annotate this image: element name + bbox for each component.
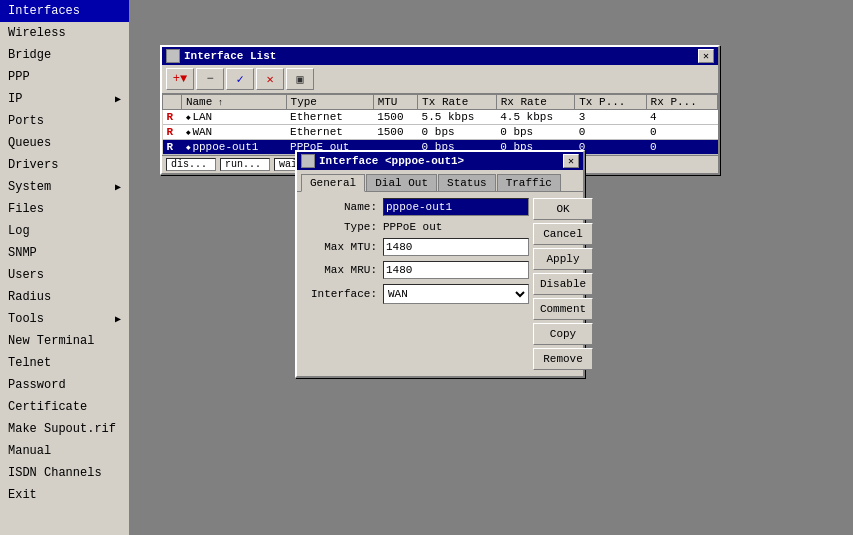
window-icon [166, 49, 180, 63]
comment-button[interactable]: Comment [533, 298, 593, 320]
name-label: Name: [303, 201, 383, 213]
sidebar-item-ppp[interactable]: PPP [0, 66, 129, 88]
sidebar-item-snmp[interactable]: SNMP [0, 242, 129, 264]
tab-dial-out[interactable]: Dial Out [366, 174, 437, 191]
col-mtu[interactable]: MTU [373, 95, 417, 110]
row-rx-rate: 4.5 kbps [496, 110, 575, 125]
row-tx-p: 3 [575, 110, 646, 125]
sidebar-item-radius[interactable]: Radius [0, 286, 129, 308]
col-name[interactable]: Name [181, 95, 286, 110]
col-type[interactable]: Type [286, 95, 373, 110]
table-row[interactable]: R ⬥LAN Ethernet 1500 5.5 kbps 4.5 kbps 3… [163, 110, 718, 125]
max-mru-label: Max MRU: [303, 264, 383, 276]
tab-status[interactable]: Status [438, 174, 496, 191]
interface-dialog-titlebar: Interface <pppoe-out1> ✕ [297, 152, 583, 170]
col-flag [163, 95, 182, 110]
col-rx-p[interactable]: Rx P... [646, 95, 717, 110]
max-mtu-label: Max MTU: [303, 241, 383, 253]
form-area: Name: Type: PPPoE out Max MTU: Max MRU: … [303, 198, 529, 370]
apply-button[interactable]: Apply [533, 248, 593, 270]
interface-list-toolbar: +▼ − ✓ ✕ ▣ [162, 65, 718, 94]
main-area: Interface List ✕ +▼ − ✓ ✕ ▣ [130, 0, 853, 535]
row-tx-p: 0 [575, 125, 646, 140]
sidebar-arrow-system: ▶ [115, 181, 121, 193]
sidebar-item-manual[interactable]: Manual [0, 440, 129, 462]
check-button[interactable]: ✓ [226, 68, 254, 90]
sidebar-item-log[interactable]: Log [0, 220, 129, 242]
interface-table: Name Type MTU Tx Rate Rx Rate Tx P... Rx… [162, 94, 718, 155]
cross-button[interactable]: ✕ [256, 68, 284, 90]
button-panel: OK Cancel Apply Disable Comment Copy Rem… [533, 198, 593, 370]
sidebar-item-bridge[interactable]: Bridge [0, 44, 129, 66]
settings-icon: ▣ [296, 72, 303, 87]
interface-dialog-window: Interface <pppoe-out1> ✕ General Dial Ou… [295, 150, 585, 378]
sidebar-item-users[interactable]: Users [0, 264, 129, 286]
row-rx-rate: 0 bps [496, 125, 575, 140]
remove-button-dialog[interactable]: Remove [533, 348, 593, 370]
interface-list-titlebar: Interface List ✕ [162, 47, 718, 65]
row-tx-rate: 5.5 kbps [418, 110, 497, 125]
max-mtu-input[interactable] [383, 238, 529, 256]
interface-dialog-close-button[interactable]: ✕ [563, 154, 579, 168]
table-row[interactable]: R ⬥WAN Ethernet 1500 0 bps 0 bps 0 0 [163, 125, 718, 140]
sidebar-item-wireless[interactable]: Wireless [0, 22, 129, 44]
remove-icon: − [206, 72, 213, 86]
sidebar-item-queues[interactable]: Queues [0, 132, 129, 154]
interface-list-title: Interface List [184, 50, 276, 62]
col-rx-rate[interactable]: Rx Rate [496, 95, 575, 110]
sidebar-item-isdn[interactable]: ISDN Channels [0, 462, 129, 484]
sidebar-item-make-supout[interactable]: Make Supout.rif [0, 418, 129, 440]
name-input[interactable] [383, 198, 529, 216]
sidebar-item-ip[interactable]: IP ▶ [0, 88, 129, 110]
check-icon: ✓ [236, 72, 243, 87]
sidebar-item-drivers[interactable]: Drivers [0, 154, 129, 176]
sidebar-item-new-terminal[interactable]: New Terminal [0, 330, 129, 352]
interface-list-close-button[interactable]: ✕ [698, 49, 714, 63]
type-row: Type: PPPoE out [303, 221, 529, 233]
interface-label: Interface: [303, 288, 383, 300]
sidebar-item-telnet[interactable]: Telnet [0, 352, 129, 374]
row-name: ⬥pppoe-out1 [181, 140, 286, 155]
sidebar-item-ports[interactable]: Ports [0, 110, 129, 132]
max-mru-row: Max MRU: [303, 261, 529, 279]
settings-button[interactable]: ▣ [286, 68, 314, 90]
row-tx-p: 0 [575, 140, 646, 155]
sidebar-item-certificate[interactable]: Certificate [0, 396, 129, 418]
tab-traffic[interactable]: Traffic [497, 174, 561, 191]
interface-select[interactable]: WAN LAN [383, 284, 529, 304]
col-tx-rate[interactable]: Tx Rate [418, 95, 497, 110]
sidebar-item-system[interactable]: System ▶ [0, 176, 129, 198]
sidebar: Interfaces Wireless Bridge PPP IP ▶ Port… [0, 0, 130, 535]
dialog-content: Name: Type: PPPoE out Max MTU: Max MRU: … [297, 191, 583, 376]
max-mru-input[interactable] [383, 261, 529, 279]
remove-button[interactable]: − [196, 68, 224, 90]
row-flag: R [163, 125, 182, 140]
sidebar-arrow-tools: ▶ [115, 313, 121, 325]
row-tx-rate: 0 bps [418, 125, 497, 140]
add-button[interactable]: +▼ [166, 68, 194, 90]
row-name: ⬥WAN [181, 125, 286, 140]
row-flag: R [163, 140, 182, 155]
row-type: Ethernet [286, 110, 373, 125]
row-rx-p: 0 [646, 125, 717, 140]
cancel-button[interactable]: Cancel [533, 223, 593, 245]
row-name: ⬥LAN [181, 110, 286, 125]
disable-button[interactable]: Disable [533, 273, 593, 295]
col-tx-p[interactable]: Tx P... [575, 95, 646, 110]
row-mtu: 1500 [373, 110, 417, 125]
tab-general[interactable]: General [301, 174, 365, 192]
cross-icon: ✕ [266, 72, 273, 87]
type-value: PPPoE out [383, 221, 442, 233]
ok-button[interactable]: OK [533, 198, 593, 220]
sidebar-item-tools[interactable]: Tools ▶ [0, 308, 129, 330]
interface-table-container: Name Type MTU Tx Rate Rx Rate Tx P... Rx… [162, 94, 718, 155]
interface-row: Interface: WAN LAN [303, 284, 529, 304]
sidebar-item-password[interactable]: Password [0, 374, 129, 396]
sidebar-item-interfaces[interactable]: Interfaces [0, 0, 129, 22]
sidebar-item-exit[interactable]: Exit [0, 484, 129, 506]
name-row: Name: [303, 198, 529, 216]
dialog-tabs: General Dial Out Status Traffic [297, 170, 583, 191]
sidebar-item-files[interactable]: Files [0, 198, 129, 220]
row-type: Ethernet [286, 125, 373, 140]
copy-button[interactable]: Copy [533, 323, 593, 345]
